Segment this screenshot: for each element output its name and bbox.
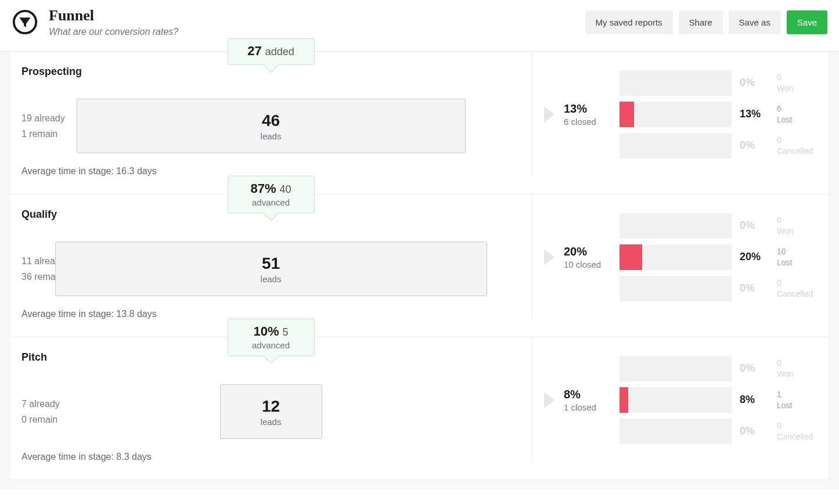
- leads-wrap: 19 already1 remain46leads: [21, 99, 520, 153]
- advanced-tag: 87%40advanced: [228, 176, 315, 214]
- bar-count-cancelled: 0: [777, 278, 818, 288]
- leads-box[interactable]: 51leads: [55, 242, 487, 296]
- funnel-panel: 27addedProspecting19 already1 remain46le…: [9, 52, 830, 480]
- bar-lost[interactable]: [620, 387, 732, 413]
- closed-summary: 13%6 closed: [564, 102, 610, 127]
- title-block: Funnel What are our conversion rates?: [49, 7, 178, 37]
- bar-meta-lost: 6Lost: [777, 103, 818, 124]
- bar-pct-lost: 13%: [740, 108, 769, 120]
- page-title: Funnel: [49, 7, 178, 24]
- leads-wrap: 7 already0 remain12leads: [21, 384, 520, 439]
- bar-row-won: 0%0Won: [620, 213, 818, 239]
- advance-line1: 87%40: [243, 181, 299, 196]
- bar-won[interactable]: [620, 356, 732, 381]
- bar-pct-lost: 20%: [740, 251, 769, 263]
- advance-line1: 10%5: [243, 324, 299, 339]
- average-time: Average time in stage: 8.3 days: [21, 452, 520, 462]
- bar-row-won: 0%0Won: [620, 356, 818, 381]
- bar-label-lost: Lost: [777, 257, 818, 268]
- advance-label: advanced: [243, 340, 299, 350]
- bar-lost[interactable]: [620, 102, 732, 127]
- bar-count-cancelled: 0: [777, 420, 818, 431]
- bar-label-lost: Lost: [777, 400, 818, 411]
- bar-count-lost: 6: [777, 103, 818, 114]
- bar-row-won: 0%0Won: [620, 70, 818, 96]
- advanced-tag: 10%5advanced: [228, 319, 315, 357]
- header-left: Funnel What are our conversion rates?: [12, 7, 178, 37]
- bar-won[interactable]: [620, 213, 732, 239]
- content-area: 27addedProspecting19 already1 remain46le…: [0, 52, 839, 489]
- bar-count-lost: 1: [777, 389, 818, 399]
- leads-label: leads: [261, 131, 282, 141]
- bar-meta-won: 0Won: [777, 358, 818, 379]
- bar-meta-cancelled: 0Cancelled: [777, 135, 818, 156]
- bar-row-lost: 8%1Lost: [620, 387, 818, 413]
- my-saved-reports-button[interactable]: My saved reports: [585, 10, 673, 34]
- bar-pct-cancelled: 0%: [740, 139, 769, 152]
- stage-left: 87%40advancedQualify11 already36 remain5…: [10, 195, 532, 319]
- bar-meta-won: 0Won: [777, 215, 818, 236]
- share-button[interactable]: Share: [679, 10, 723, 34]
- leads-box[interactable]: 12leads: [220, 384, 322, 439]
- bar-label-lost: Lost: [777, 114, 818, 125]
- bar-label-won: Won: [777, 83, 818, 93]
- arrow-right-icon: [544, 392, 554, 408]
- remain-line: 1 remain: [21, 126, 65, 142]
- closed-pct: 20%: [564, 245, 610, 258]
- leads-wrap: 11 already36 remain51leads: [21, 242, 520, 296]
- outcome-bars: 0%0Won20%10Lost0%0Cancelled: [620, 213, 818, 301]
- bar-row-cancelled: 0%0Cancelled: [620, 133, 818, 159]
- arrow-right-icon: [544, 249, 554, 265]
- bar-count-won: 0: [777, 72, 818, 82]
- closed-summary: 8%1 closed: [564, 388, 610, 412]
- closed-summary: 20%10 closed: [564, 245, 610, 269]
- closed-count: 10 closed: [564, 260, 610, 269]
- save-as-button[interactable]: Save as: [729, 10, 781, 34]
- leads-label: leads: [261, 417, 282, 427]
- stage-right: 20%10 closed0%0Won20%10Lost0%0Cancelled: [532, 195, 829, 319]
- added-count: 27: [247, 44, 261, 58]
- bar-cancelled[interactable]: [620, 276, 732, 301]
- stage-right: 8%1 closed0%0Won8%1Lost0%0Cancelled: [532, 337, 829, 462]
- page-header: Funnel What are our conversion rates? My…: [0, 0, 839, 52]
- already-line: 19 already: [21, 110, 65, 126]
- bar-row-lost: 13%6Lost: [620, 102, 818, 127]
- bar-row-lost: 20%10Lost: [620, 244, 818, 270]
- leads-count: 46: [262, 111, 280, 130]
- bar-pct-won: 0%: [740, 362, 769, 375]
- bar-label-won: Won: [777, 369, 818, 379]
- funnel-stage: 10%5advancedPitch7 already0 remain12lead…: [10, 337, 829, 480]
- bar-row-cancelled: 0%0Cancelled: [620, 419, 818, 444]
- leads-box[interactable]: 46leads: [77, 99, 466, 153]
- bar-lost[interactable]: [620, 244, 732, 270]
- closed-pct: 8%: [564, 388, 610, 401]
- bar-row-cancelled: 0%0Cancelled: [620, 276, 818, 301]
- advance-line1: 27added: [243, 44, 299, 59]
- bar-count-lost: 10: [777, 246, 818, 257]
- bar-count-won: 0: [777, 215, 818, 225]
- already-line: 7 already: [21, 396, 60, 412]
- already-remain: 19 already1 remain: [21, 110, 65, 142]
- save-button[interactable]: Save: [787, 10, 827, 34]
- bar-fill-lost: [620, 244, 642, 270]
- bar-label-won: Won: [777, 226, 818, 236]
- closed-pct: 13%: [564, 102, 610, 116]
- closed-count: 1 closed: [564, 402, 610, 412]
- funnel-stage: 27addedProspecting19 already1 remain46le…: [10, 52, 829, 195]
- funnel-stage: 87%40advancedQualify11 already36 remain5…: [10, 195, 829, 337]
- bar-label-cancelled: Cancelled: [777, 146, 818, 156]
- bar-meta-won: 0Won: [777, 72, 818, 93]
- bar-label-cancelled: Cancelled: [777, 431, 818, 442]
- bar-won[interactable]: [620, 70, 732, 96]
- bar-cancelled[interactable]: [620, 133, 732, 159]
- arrow-right-icon: [544, 106, 554, 123]
- stage-left: 27addedProspecting19 already1 remain46le…: [10, 52, 532, 177]
- page-subtitle: What are our conversion rates?: [49, 27, 178, 37]
- bar-cancelled[interactable]: [620, 419, 732, 444]
- leads-count: 12: [262, 397, 280, 416]
- bar-meta-cancelled: 0Cancelled: [777, 278, 818, 298]
- added-tag: 27added: [228, 38, 315, 65]
- bar-pct-lost: 8%: [740, 394, 769, 406]
- bar-pct-won: 0%: [740, 219, 769, 232]
- average-time: Average time in stage: 13.8 days: [21, 309, 520, 319]
